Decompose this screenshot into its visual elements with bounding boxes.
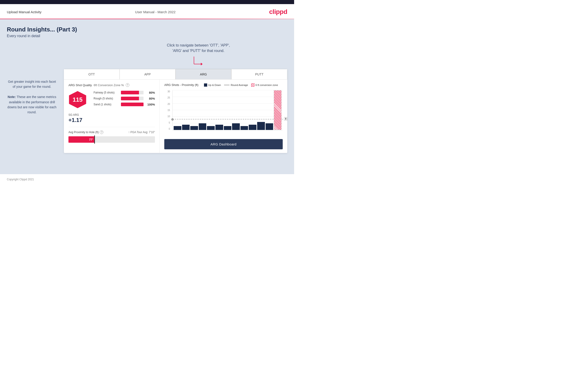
hexagon-container: 115 Fairway (5 shots) 80%	[69, 91, 155, 109]
page-subtitle: Every round in detail	[7, 34, 287, 38]
tab-app[interactable]: APP	[120, 69, 175, 79]
fairway-bar-fill	[121, 91, 139, 94]
bar	[182, 125, 190, 130]
rough-bar	[121, 97, 144, 100]
arg-dashboard-button[interactable]: ARG Dashboard	[164, 139, 283, 149]
card: OTT APP ARG PUTT ARG Shot Quality 6ft Co…	[64, 69, 287, 153]
fairway-bar	[121, 91, 144, 94]
bar-group	[215, 90, 223, 130]
bar	[215, 125, 223, 130]
legend-up-down: Up & Down	[204, 83, 221, 87]
bar-group	[232, 90, 240, 130]
stat-row-sand: Sand (1 shots) 100%	[94, 103, 155, 106]
card-body: ARG Shot Quality 6ft Conversion Zone % ?…	[64, 80, 287, 153]
legend-round-avg: Round Average	[224, 84, 248, 86]
annotation-arrow	[192, 55, 205, 67]
bar	[232, 123, 240, 130]
bars-container	[174, 90, 282, 130]
upload-label: Upload Manual Activity	[7, 10, 42, 14]
annotation-area: Click to navigate between 'OTT', 'APP','…	[64, 43, 287, 67]
sg-label: SG ARG	[69, 113, 155, 117]
breadcrumb: User Manual - March 2022	[135, 10, 176, 14]
chart-header: ARG Shots - Proximity (ft) Up & Down Rou…	[164, 83, 283, 87]
bar	[241, 126, 248, 130]
bar	[266, 123, 273, 130]
sg-value: +1.17	[69, 117, 155, 123]
rough-label: Rough (5 shots)	[94, 97, 119, 100]
section-header: ARG Shot Quality 6ft Conversion Zone % ?	[69, 83, 155, 87]
rough-percent: 80%	[146, 97, 155, 100]
bar-group	[207, 90, 215, 130]
sand-bar	[121, 103, 144, 106]
proximity-title: Avg Proximity to Hole (ft) ?	[69, 130, 103, 134]
proximity-header: Avg Proximity to Hole (ft) ? ↑ PGA Tour …	[69, 130, 155, 134]
chart-title: ARG Shots - Proximity (ft)	[164, 83, 199, 87]
sg-section: SG ARG +1.17	[69, 113, 155, 123]
proximity-section: Avg Proximity to Hole (ft) ? ↑ PGA Tour …	[69, 127, 155, 143]
logo: clippd	[269, 8, 287, 16]
bar-group	[199, 90, 207, 130]
bar-group	[174, 90, 182, 130]
fairway-label: Fairway (5 shots)	[94, 91, 119, 94]
bar-group	[182, 90, 190, 130]
legend-dash-icon	[224, 85, 230, 85]
proximity-value: 77'	[89, 138, 93, 141]
proximity-pga: ↑ PGA Tour Avg: 7'10"	[128, 131, 155, 134]
hexagon-score: 115	[69, 91, 87, 109]
page-title: Round Insights... (Part 3)	[7, 26, 287, 33]
bar-group	[274, 90, 282, 130]
card-left-section: ARG Shot Quality 6ft Conversion Zone % ?…	[64, 80, 160, 153]
proximity-help-icon[interactable]: ?	[100, 130, 103, 134]
content-layout: Get greater insight into each facet of y…	[7, 43, 287, 153]
shot-quality-label: ARG Shot Quality	[69, 83, 92, 87]
note-label: Note:	[8, 95, 16, 99]
ref-line-label: 8	[284, 117, 287, 121]
proximity-bar-fill: 77'	[69, 136, 95, 143]
fairway-percent: 80%	[146, 91, 155, 94]
help-icon[interactable]: ?	[126, 83, 129, 87]
card-right-section: ARG Shots - Proximity (ft) Up & Down Rou…	[160, 80, 287, 153]
bar-group	[257, 90, 265, 130]
chart-area: 8	[172, 90, 283, 130]
hexagon-value: 115	[73, 96, 82, 103]
bar	[190, 126, 198, 130]
top-bar	[0, 0, 294, 4]
bar-group	[266, 90, 273, 130]
bar	[207, 126, 215, 130]
main-content: Round Insights... (Part 3) Every round i…	[0, 19, 294, 174]
tabs: OTT APP ARG PUTT	[64, 69, 287, 80]
legend-hatch-icon	[251, 83, 254, 87]
ref-dot	[171, 118, 174, 121]
tab-ott[interactable]: OTT	[64, 69, 120, 79]
shot-stats: Fairway (5 shots) 80% Rough (5 shots)	[94, 91, 155, 108]
bar	[249, 125, 257, 130]
sand-label: Sand (1 shots)	[94, 103, 119, 106]
copyright: Copyright Clippd 2021	[7, 178, 34, 181]
svg-marker-2	[201, 63, 203, 66]
bar	[174, 126, 182, 130]
bar	[257, 122, 265, 130]
left-panel: Get greater insight into each facet of y…	[7, 43, 57, 115]
annotation-text: Click to navigate between 'OTT', 'APP','…	[110, 43, 287, 54]
stat-row-rough: Rough (5 shots) 80%	[94, 97, 155, 100]
bar-chart: 30 25 20 15 10 5 0	[164, 90, 283, 136]
proximity-bar: 77'	[69, 136, 155, 143]
header: Upload Manual Activity User Manual - Mar…	[0, 4, 294, 19]
header-left: Upload Manual Activity	[7, 10, 42, 14]
bar-group	[224, 90, 232, 130]
y-axis: 30 25 20 15 10 5 0	[164, 90, 171, 130]
legend-conversion-zone: 6 ft conversion zone	[251, 83, 278, 87]
bar-group	[241, 90, 248, 130]
sand-percent: 100%	[146, 103, 155, 106]
rough-bar-fill	[121, 97, 139, 100]
bar	[274, 90, 282, 130]
tab-arg[interactable]: ARG	[175, 69, 231, 79]
legend-solid-icon	[204, 83, 207, 87]
bar-group	[190, 90, 198, 130]
tab-putt[interactable]: PUTT	[231, 69, 287, 79]
left-description: Get greater insight into each facet of y…	[7, 79, 57, 115]
sand-bar-fill	[121, 103, 144, 106]
stat-row-fairway: Fairway (5 shots) 80%	[94, 91, 155, 94]
footer: Copyright Clippd 2021	[0, 174, 294, 185]
bar	[199, 123, 207, 130]
